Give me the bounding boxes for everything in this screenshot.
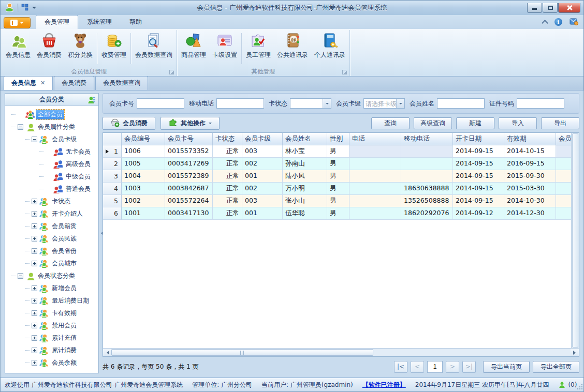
registered-link[interactable]: 【软件已注册】 [362, 381, 406, 389]
vertical-scrollbar[interactable] [571, 133, 579, 348]
prev-page-button[interactable]: < [411, 361, 424, 373]
tree-node[interactable]: 开卡介绍人 [5, 207, 98, 220]
export-current-page-button[interactable]: 导出当前页 [483, 361, 530, 373]
column-header[interactable]: 会员卡级 [242, 133, 283, 145]
tree-node-label[interactable]: 会员省份 [50, 246, 78, 256]
table-row[interactable]: 410030003842687正常002万小明男186306388882014-… [103, 183, 579, 195]
column-header[interactable]: 电话 [349, 133, 401, 145]
tree-node-label[interactable]: 中级会员 [64, 172, 92, 182]
ribbon-button-teddy-bear[interactable]: 积分兑换 [65, 30, 96, 67]
row-selector[interactable]: 6 [103, 207, 122, 220]
tree-node[interactable]: 卡有效期 [5, 307, 98, 319]
row-selector[interactable]: 1 [103, 145, 122, 158]
collapse-icon[interactable] [18, 124, 23, 130]
tree-node-label[interactable]: 开卡介绍人 [50, 209, 84, 219]
page-number-input[interactable] [427, 361, 443, 373]
tree-node[interactable]: 无卡会员 [5, 145, 98, 158]
tree-node[interactable]: 会员城市 [5, 257, 98, 269]
dialog-launcher-icon[interactable] [342, 70, 347, 74]
next-page-button[interactable]: > [446, 361, 459, 373]
mobile-input[interactable] [216, 98, 264, 109]
collapse-icon[interactable] [32, 137, 37, 142]
tree-node[interactable]: 会员状态分类 [5, 269, 98, 282]
member-consume-button[interactable]: 会员消费 [103, 117, 155, 130]
tree-node[interactable]: 禁用会员 [5, 319, 98, 331]
info-icon[interactable]: i [554, 18, 562, 26]
expand-icon[interactable] [32, 236, 37, 242]
first-page-button[interactable]: |< [394, 361, 407, 373]
doc-tab-member-consume[interactable]: 会员消费 [54, 76, 94, 90]
collapse-icon[interactable] [18, 273, 23, 279]
table-row[interactable]: 210050003417269正常002孙南山男2014-09-152016-0… [103, 158, 579, 170]
tree-node[interactable]: 会员余额 [5, 356, 98, 369]
ribbon-button-public-contacts[interactable]: @公共通讯录 [274, 30, 311, 67]
tree-node-label[interactable]: 高级会员 [64, 159, 92, 169]
table-row[interactable]: 310040015572389正常001陆小凤男2014-09-152015-0… [103, 170, 579, 183]
minimize-button[interactable] [527, 3, 542, 13]
ribbon-button-goods[interactable]: 商品管理 [178, 30, 209, 67]
tree-node-label[interactable]: 会员城市 [50, 259, 78, 268]
scroll-right-button[interactable] [571, 349, 579, 356]
category-settings-icon[interactable] [87, 96, 96, 105]
column-header[interactable]: 移动电话 [401, 133, 453, 145]
expand-icon[interactable] [32, 199, 37, 204]
tree-node-label[interactable]: 累计消费 [50, 345, 78, 355]
import-button[interactable]: 导入 [499, 117, 537, 129]
table-row[interactable]: 110060015573352正常003林小宝男2014-09-152014-1… [103, 145, 579, 158]
new-button[interactable]: 新建 [456, 117, 494, 129]
row-selector[interactable]: 2 [103, 158, 122, 170]
tree-node-label[interactable]: 会员民族 [50, 234, 78, 244]
ribbon-tab-system-management[interactable]: 系统管理 [78, 15, 121, 29]
panel-splitter[interactable] [99, 93, 103, 373]
tree-node[interactable]: 全部会员 [5, 108, 98, 120]
tree-node-label[interactable]: 卡状态 [50, 197, 72, 206]
tree-node-label[interactable]: 累计充值 [50, 333, 78, 343]
table-row[interactable]: 510020015572264正常003张小山男135265088882014-… [103, 195, 579, 207]
dialog-launcher-icon[interactable] [169, 70, 174, 74]
row-selector[interactable]: 5 [103, 195, 122, 207]
expand-icon[interactable] [32, 298, 37, 304]
expand-icon[interactable] [32, 285, 37, 291]
column-header[interactable]: 会员卡号 [165, 133, 213, 145]
tree-node-label[interactable]: 卡有效期 [50, 308, 78, 318]
expand-icon[interactable] [32, 310, 37, 316]
expand-icon[interactable] [32, 348, 37, 353]
ribbon-button-staff[interactable]: 员工管理 [243, 30, 274, 67]
feedback-mail-icon[interactable] [570, 17, 578, 27]
tree-node[interactable]: 会员籍贯 [5, 220, 98, 232]
tree-node[interactable]: 卡状态 [5, 195, 98, 207]
tree-node[interactable]: 累计充值 [5, 331, 98, 344]
query-button[interactable]: 查询 [371, 117, 410, 129]
ribbon-tab-help[interactable]: 帮助 [121, 15, 151, 29]
tree-node-label[interactable]: 会员状态分类 [36, 271, 77, 281]
tree-node[interactable]: 会员卡级 [5, 133, 98, 145]
tab-close-icon[interactable]: ✕ [40, 80, 45, 86]
tree-node-label[interactable]: 新增会员 [50, 283, 78, 293]
expand-icon[interactable] [32, 335, 37, 341]
row-selector[interactable]: 4 [103, 183, 122, 195]
tree-node-label[interactable]: 全部会员 [36, 110, 64, 119]
ribbon-button-doc-search[interactable]: 会员数据查询 [132, 30, 176, 67]
ribbon-button-card-level[interactable]: 卡级设置 [209, 30, 240, 67]
close-button[interactable] [558, 3, 580, 13]
last-page-button[interactable]: >| [462, 361, 476, 373]
doc-tab-member-data-query[interactable]: 会员数据查询 [95, 76, 148, 90]
ribbon-tab-member-management[interactable]: 会员管理 [36, 15, 78, 29]
tree-node[interactable]: 会员民族 [5, 232, 98, 245]
horizontal-scrollbar[interactable] [103, 348, 579, 356]
scroll-left-button[interactable] [103, 349, 111, 356]
expand-icon[interactable] [32, 223, 37, 229]
tree-node[interactable]: 高级会员 [5, 158, 98, 170]
column-header[interactable]: 会员姓名 [283, 133, 327, 145]
tree-node-label[interactable]: 会员籍贯 [50, 221, 78, 231]
export-all-pages-button[interactable]: 导出全部页 [533, 361, 579, 373]
tree-node-label[interactable]: 最后消费日期 [50, 296, 91, 306]
resize-grip[interactable] [576, 384, 582, 390]
advanced-query-button[interactable]: 高级查询 [414, 117, 452, 129]
other-operations-button[interactable]: 其他操作 [160, 117, 220, 130]
tree-node[interactable]: 累计消费 [5, 344, 98, 356]
tree-node[interactable]: 普通会员 [5, 183, 98, 195]
ribbon-button-personal-contacts[interactable]: 个人通讯录 [311, 30, 348, 67]
maximize-button[interactable] [543, 3, 558, 13]
export-button[interactable]: 导出 [541, 117, 579, 129]
